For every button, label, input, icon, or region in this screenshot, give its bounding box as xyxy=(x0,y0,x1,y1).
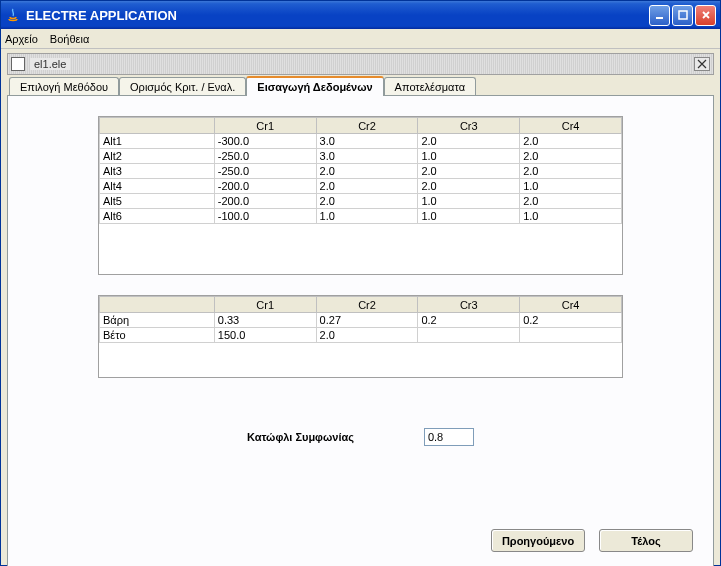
tab-pane: Επιλογή Μεθόδου Ορισμός Κριτ. / Εναλ. Ει… xyxy=(7,75,714,566)
table-cell[interactable]: 2.0 xyxy=(520,149,622,164)
table-cell[interactable]: -300.0 xyxy=(214,134,316,149)
table-cell[interactable] xyxy=(418,328,520,343)
table-cell[interactable]: Alt6 xyxy=(100,209,215,224)
table-row: Alt1-300.03.02.02.0 xyxy=(100,134,622,149)
table-cell[interactable]: -100.0 xyxy=(214,209,316,224)
maximize-button[interactable] xyxy=(672,5,693,26)
tab-method-selection[interactable]: Επιλογή Μεθόδου xyxy=(9,77,119,96)
table-cell[interactable]: Alt1 xyxy=(100,134,215,149)
header-cr3-2[interactable]: Cr3 xyxy=(418,297,520,313)
java-icon xyxy=(5,7,21,23)
params-table[interactable]: Cr1 Cr2 Cr3 Cr4 Βάρη0.330.270.20.2Βέτο15… xyxy=(99,296,622,343)
alternatives-table[interactable]: Cr1 Cr2 Cr3 Cr4 Alt1-300.03.02.02.0Alt2-… xyxy=(99,117,622,224)
table-cell[interactable] xyxy=(520,328,622,343)
table-row: Βέτο150.02.0 xyxy=(100,328,622,343)
table-cell[interactable]: 0.33 xyxy=(214,313,316,328)
tab-results[interactable]: Αποτελέσματα xyxy=(384,77,476,96)
title-bar: ELECTRE APPLICATION xyxy=(1,1,720,29)
internal-frame-title: el1.ele xyxy=(30,58,70,70)
menu-bar: Αρχείο Βοήθεια xyxy=(1,29,720,49)
menu-file[interactable]: Αρχείο xyxy=(5,33,38,45)
table-row: Alt3-250.02.02.02.0 xyxy=(100,164,622,179)
tab-strip: Επιλογή Μεθόδου Ορισμός Κριτ. / Εναλ. Ει… xyxy=(7,75,714,95)
table-cell[interactable]: 2.0 xyxy=(418,164,520,179)
header-blank[interactable] xyxy=(100,118,215,134)
table-cell[interactable]: 2.0 xyxy=(418,134,520,149)
table-cell[interactable]: 0.2 xyxy=(520,313,622,328)
threshold-input[interactable] xyxy=(424,428,474,446)
table-cell[interactable]: 2.0 xyxy=(520,194,622,209)
internal-close-button[interactable] xyxy=(694,57,710,71)
table-row: Alt5-200.02.01.02.0 xyxy=(100,194,622,209)
table-cell[interactable]: Βάρη xyxy=(100,313,215,328)
table-cell[interactable]: 2.0 xyxy=(316,179,418,194)
table-cell[interactable]: 3.0 xyxy=(316,134,418,149)
table-cell[interactable]: Alt4 xyxy=(100,179,215,194)
window-controls xyxy=(649,5,716,26)
table-row: Βάρη0.330.270.20.2 xyxy=(100,313,622,328)
header-cr4[interactable]: Cr4 xyxy=(520,118,622,134)
table-cell[interactable]: 0.27 xyxy=(316,313,418,328)
table-cell[interactable]: 2.0 xyxy=(316,194,418,209)
header-blank-2[interactable] xyxy=(100,297,215,313)
svg-rect-0 xyxy=(656,17,663,19)
table-cell[interactable]: -250.0 xyxy=(214,164,316,179)
table-cell[interactable]: Alt3 xyxy=(100,164,215,179)
close-button[interactable] xyxy=(695,5,716,26)
minimize-button[interactable] xyxy=(649,5,670,26)
tab-data-entry[interactable]: Εισαγωγή Δεδομένων xyxy=(246,76,383,96)
window-title: ELECTRE APPLICATION xyxy=(26,8,649,23)
table-cell[interactable]: 1.0 xyxy=(520,209,622,224)
document-icon xyxy=(11,57,25,71)
tab-content: Cr1 Cr2 Cr3 Cr4 Alt1-300.03.02.02.0Alt2-… xyxy=(7,95,714,566)
table-cell[interactable]: -250.0 xyxy=(214,149,316,164)
table-cell[interactable]: 1.0 xyxy=(418,149,520,164)
previous-button[interactable]: Προηγούμενο xyxy=(491,529,585,552)
table-cell[interactable]: 3.0 xyxy=(316,149,418,164)
alternatives-table-empty xyxy=(99,224,622,274)
table-row: Alt4-200.02.02.01.0 xyxy=(100,179,622,194)
table-cell[interactable]: 2.0 xyxy=(316,164,418,179)
header-cr2-2[interactable]: Cr2 xyxy=(316,297,418,313)
header-cr4-2[interactable]: Cr4 xyxy=(520,297,622,313)
params-table-empty xyxy=(99,343,622,377)
header-cr3[interactable]: Cr3 xyxy=(418,118,520,134)
header-cr2[interactable]: Cr2 xyxy=(316,118,418,134)
table-cell[interactable]: Βέτο xyxy=(100,328,215,343)
table-cell[interactable]: 1.0 xyxy=(418,194,520,209)
svg-rect-1 xyxy=(679,11,687,19)
table-cell[interactable]: -200.0 xyxy=(214,194,316,209)
threshold-row: Κατώφλι Συμφωνίας xyxy=(98,428,623,446)
header-cr1[interactable]: Cr1 xyxy=(214,118,316,134)
table-cell[interactable]: Alt2 xyxy=(100,149,215,164)
table-cell[interactable]: 2.0 xyxy=(520,164,622,179)
table-cell[interactable]: -200.0 xyxy=(214,179,316,194)
tab-criteria-definition[interactable]: Ορισμός Κριτ. / Εναλ. xyxy=(119,77,246,96)
table-cell[interactable]: 2.0 xyxy=(520,134,622,149)
app-window: ELECTRE APPLICATION Αρχείο Βοήθεια el1.e… xyxy=(0,0,721,566)
alternatives-table-wrap: Cr1 Cr2 Cr3 Cr4 Alt1-300.03.02.02.0Alt2-… xyxy=(98,116,623,275)
finish-button[interactable]: Τέλος xyxy=(599,529,693,552)
table-cell[interactable]: 1.0 xyxy=(316,209,418,224)
menu-help[interactable]: Βοήθεια xyxy=(50,33,89,45)
params-table-wrap: Cr1 Cr2 Cr3 Cr4 Βάρη0.330.270.20.2Βέτο15… xyxy=(98,295,623,378)
table-row: Alt2-250.03.01.02.0 xyxy=(100,149,622,164)
table-cell[interactable]: 2.0 xyxy=(418,179,520,194)
table-row: Alt6-100.01.01.01.0 xyxy=(100,209,622,224)
threshold-label: Κατώφλι Συμφωνίας xyxy=(247,431,354,443)
table-cell[interactable]: 150.0 xyxy=(214,328,316,343)
table-cell[interactable]: 0.2 xyxy=(418,313,520,328)
table-cell[interactable]: 2.0 xyxy=(316,328,418,343)
header-cr1-2[interactable]: Cr1 xyxy=(214,297,316,313)
table-cell[interactable]: Alt5 xyxy=(100,194,215,209)
wizard-buttons: Προηγούμενο Τέλος xyxy=(491,529,693,552)
table-cell[interactable]: 1.0 xyxy=(418,209,520,224)
table-cell[interactable]: 1.0 xyxy=(520,179,622,194)
internal-frame-titlebar: el1.ele xyxy=(7,53,714,75)
